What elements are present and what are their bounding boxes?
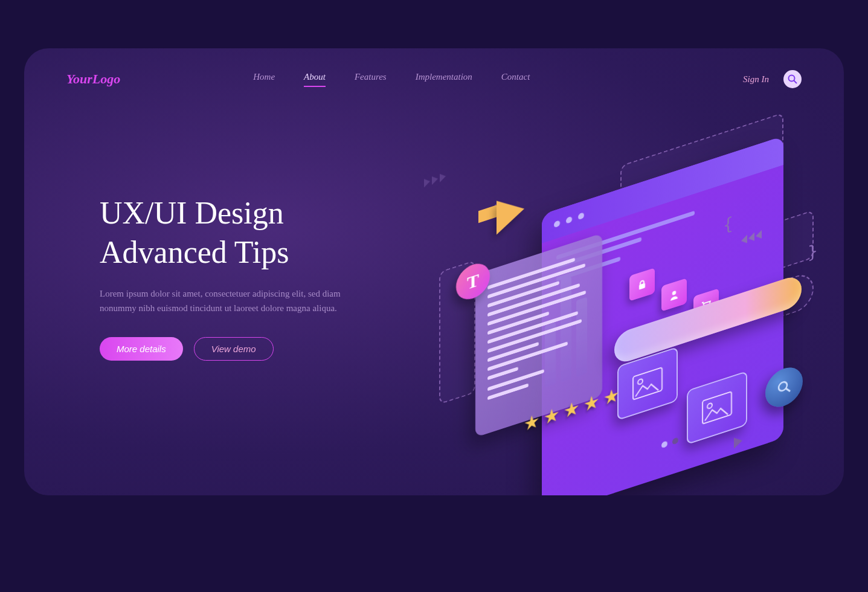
svg-point-11 [707,403,712,410]
top-nav: YourLogo Home About Features Implementat… [24,48,844,88]
svg-line-7 [786,387,790,393]
nav-home[interactable]: Home [253,72,275,87]
brace-open-icon: { [723,213,733,236]
brace-close-icon: } [808,240,818,263]
hero-illustration: { } </> [421,103,820,489]
nav-features[interactable]: Features [355,72,387,87]
nav-links: Home About Features Implementation Conta… [253,72,530,87]
view-demo-button[interactable]: View demo [194,337,274,361]
hero-section: UX/UI Design Advanced Tips Lorem ipsum d… [100,193,353,361]
search-button[interactable] [783,70,802,88]
svg-point-9 [638,379,643,385]
brand-logo[interactable]: YourLogo [66,71,120,87]
more-details-button[interactable]: More details [100,337,183,361]
nav-contact[interactable]: Contact [501,72,530,87]
arrow-markers [424,172,448,190]
svg-rect-8 [633,367,662,400]
hero-title-line1: UX/UI Design [100,196,284,230]
svg-rect-10 [702,391,731,424]
svg-line-1 [794,80,797,83]
star-icon: ★ [524,409,540,436]
hero-description: Lorem ipsum dolor sit amet, consectetuer… [100,286,353,315]
nav-right: Sign In [743,70,802,88]
window-dot-icon [578,212,584,220]
svg-point-6 [779,381,787,392]
svg-point-3 [672,291,676,295]
window-dot-icon [554,220,560,228]
nav-about[interactable]: About [304,72,326,87]
hero-title: UX/UI Design Advanced Tips [100,193,353,272]
landing-card: YourLogo Home About Features Implementat… [24,48,844,495]
hero-title-line2: Advanced Tips [100,235,289,269]
search-icon [788,74,797,84]
nav-implementation[interactable]: Implementation [416,72,472,87]
hero-buttons: More details View demo [100,337,353,361]
signin-link[interactable]: Sign In [743,74,769,85]
arrow-icon [497,192,524,235]
window-dot-icon [566,216,572,224]
